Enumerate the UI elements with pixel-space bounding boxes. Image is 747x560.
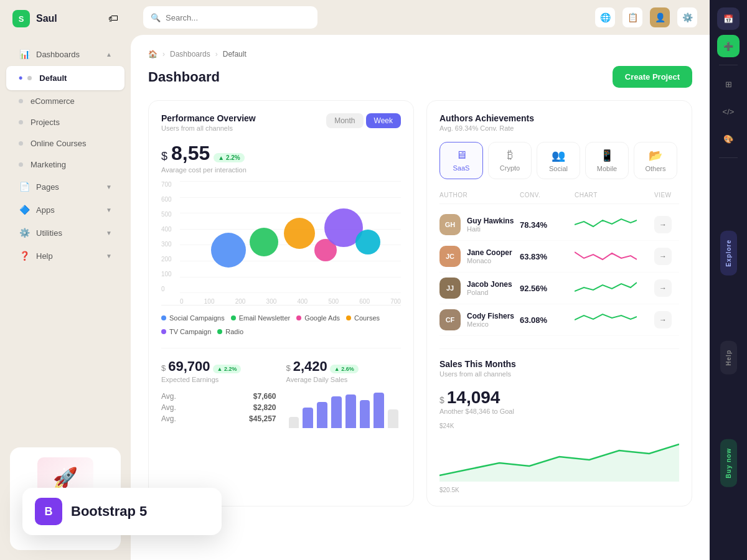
view-button-3[interactable]: →	[654, 279, 672, 297]
dot-icon	[19, 120, 23, 124]
help-button[interactable]: Help	[720, 341, 737, 375]
sparkline-1	[575, 215, 637, 234]
bar-5	[345, 394, 356, 428]
search-box[interactable]: 🔍	[143, 6, 317, 29]
chevron-icon: ▼	[106, 253, 112, 259]
sidebar-item-dashboards[interactable]: 📊 Dashboards ▲	[6, 43, 125, 65]
bar-6	[360, 400, 370, 428]
svg-marker-0	[439, 444, 679, 482]
view-button-2[interactable]: →	[654, 248, 672, 265]
tab-crypto[interactable]: ₿ Crypto	[488, 142, 532, 179]
content-main: 🏠 › Dashboards › Default Dashboard Creat…	[131, 35, 710, 560]
explore-button[interactable]: Explore	[720, 231, 737, 276]
tab-social[interactable]: 👥 Social	[537, 142, 580, 179]
sidebar: S Saul 🏷 📊 Dashboards ▲ Default eCommerc…	[0, 0, 131, 560]
bar-4	[331, 396, 342, 428]
page-header: Dashboard Create Project	[148, 66, 692, 88]
authors-card: Authors Achievements Avg. 69.34% Conv. R…	[426, 100, 692, 506]
topbar-icon-1[interactable]: 🌐	[595, 7, 615, 27]
sidebar-item-utilities[interactable]: ⚙️ Utilities ▼	[6, 222, 125, 244]
tab-saas[interactable]: 🖥 SaaS	[439, 142, 483, 179]
sidebar-item-projects[interactable]: Projects	[6, 112, 125, 133]
daily-sales: $ 2,420 ▲ 2.6% Average Daily Sales	[286, 358, 402, 383]
mobile-icon: 📱	[600, 149, 614, 162]
legend-email: Email Newsletter	[231, 314, 291, 322]
rp-calendar-icon[interactable]: 📅	[717, 7, 740, 30]
author-avatar-3: JJ	[439, 278, 461, 299]
metric-value: $ 8,55 ▲ 2.2%	[161, 142, 401, 165]
topbar: 🔍 🌐 📋 👤 ⚙️	[131, 0, 710, 35]
author-avatar-2: JC	[439, 246, 461, 267]
chevron-icon: ▼	[106, 184, 112, 190]
sidebar-header: S Saul 🏷	[0, 0, 131, 37]
social-icon: 👥	[552, 149, 565, 162]
buy-button[interactable]: Buy now	[720, 439, 737, 487]
table-row: CF Cody Fishers Mexico 63.08% →	[439, 304, 679, 336]
chevron-icon: ▼	[106, 207, 112, 213]
tab-others[interactable]: 📂 Others	[634, 142, 677, 179]
sidebar-item-pages[interactable]: 📄 Pages ▼	[6, 175, 125, 198]
sales-list-row: Avg.$7,660	[161, 391, 276, 402]
sales-bar-section: Avg.$7,660 Avg.$2,820 Avg.$45,257	[161, 391, 401, 428]
legend-dot	[296, 315, 301, 320]
earnings-section: $ 69,700 ▲ 2.2% Expected Earnings $ 2,42…	[161, 348, 401, 428]
search-input[interactable]	[166, 13, 310, 22]
dashboard-grid: Performance Overview Users from all chan…	[148, 100, 692, 506]
earnings-grid: $ 69,700 ▲ 2.2% Expected Earnings $ 2,42…	[161, 358, 401, 383]
bootstrap-overlay: B Bootstrap 5	[22, 488, 222, 535]
sales-list: Avg.$7,660 Avg.$2,820 Avg.$45,257	[161, 391, 276, 428]
chevron-icon: ▲	[106, 51, 112, 58]
sidebar-item-online-courses[interactable]: Online Courses	[6, 133, 125, 154]
dot-icon	[19, 162, 23, 167]
metric-badge: ▲ 2.2%	[214, 153, 244, 162]
sidebar-item-ecommerce[interactable]: eCommerce	[6, 91, 125, 111]
tab-mobile[interactable]: 📱 Mobile	[585, 142, 629, 179]
bubble-2	[250, 228, 278, 256]
sidebar-item-apps[interactable]: 🔷 Apps ▼	[6, 198, 125, 221]
breadcrumb-dashboards[interactable]: Dashboards	[170, 50, 210, 58]
legend-dot	[161, 329, 166, 334]
create-project-button[interactable]: Create Project	[613, 66, 692, 88]
author-info-3: JJ Jacob Jones Poland	[439, 278, 515, 299]
sidebar-logo: S	[12, 10, 30, 27]
apps-icon: 🔷	[19, 204, 30, 215]
legend-dot	[231, 315, 236, 320]
bar-chart	[286, 391, 402, 428]
rp-code-icon[interactable]: </>	[717, 100, 740, 123]
topbar-avatar[interactable]: 👤	[650, 7, 670, 27]
bubble-3	[284, 218, 315, 249]
sidebar-pin[interactable]: 🏷	[108, 13, 118, 24]
home-icon[interactable]: 🏠	[148, 50, 157, 58]
performance-card: Performance Overview Users from all chan…	[148, 100, 414, 506]
rp-add-icon[interactable]: ➕	[717, 35, 740, 57]
tab-week[interactable]: Week	[366, 113, 401, 128]
tab-month[interactable]: Month	[326, 113, 363, 128]
others-icon: 📂	[649, 149, 662, 162]
authors-subtitle: Avg. 69.34% Conv. Rate	[439, 124, 679, 132]
legend-google: Google Ads	[296, 314, 340, 322]
bar-8	[388, 409, 398, 428]
sales-month-section: Sales This Months Users from all channel…	[439, 348, 679, 493]
sidebar-item-default[interactable]: Default	[6, 66, 125, 90]
bubble-chart: 700 600 500 400 300 200 100 0	[161, 181, 401, 306]
metric-label: Avarage cost per interaction	[161, 166, 401, 174]
author-avatar-4: CF	[439, 309, 461, 330]
page-title: Dashboard	[148, 69, 220, 85]
legend-dot	[346, 315, 351, 320]
view-button-4[interactable]: →	[654, 311, 672, 329]
sidebar-item-help[interactable]: ❓ Help ▼	[6, 245, 125, 267]
topbar-icon-2[interactable]: 📋	[622, 7, 642, 27]
performance-subtitle: Users from all channels	[161, 124, 256, 132]
search-icon: 🔍	[151, 13, 161, 22]
rp-color-icon[interactable]: 🎨	[717, 128, 740, 150]
sparkline-3	[575, 279, 637, 297]
performance-title: Performance Overview	[161, 113, 256, 123]
pages-icon: 📄	[19, 181, 30, 192]
breadcrumb: 🏠 › Dashboards › Default	[148, 50, 692, 58]
bubble-6	[355, 230, 380, 254]
sidebar-item-marketing[interactable]: Marketing	[6, 154, 125, 175]
table-row: JC Jane Cooper Monaco 63.83% →	[439, 241, 679, 273]
view-button-1[interactable]: →	[654, 216, 672, 233]
topbar-icon-3[interactable]: ⚙️	[677, 7, 697, 27]
rp-grid-icon[interactable]: ⊞	[717, 73, 740, 95]
